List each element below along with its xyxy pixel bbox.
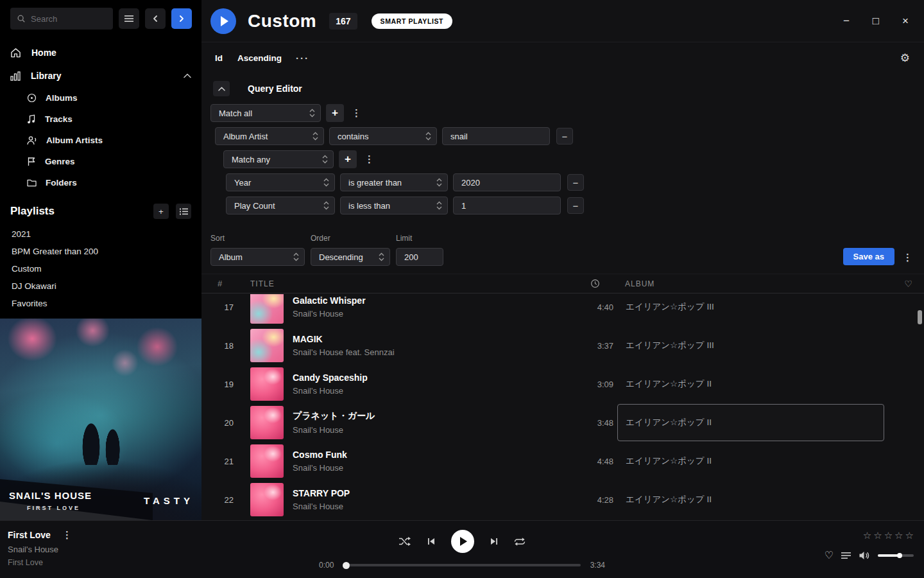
playlist-list-button[interactable] xyxy=(176,204,191,219)
table-row[interactable]: 18 MAGIK Snail's House feat. Sennzai 3:3… xyxy=(201,326,924,365)
table-row[interactable]: 19 Candy Spaceship Snail's House 3:09 エイ… xyxy=(201,365,924,403)
star-icon[interactable]: ☆ xyxy=(905,530,914,541)
now-playing-album[interactable]: First Love xyxy=(8,558,74,567)
seek-handle[interactable] xyxy=(343,562,350,569)
track-album[interactable]: エイリアン☆ポップ II xyxy=(617,365,884,403)
favorite-button[interactable]: ♡ xyxy=(825,549,834,561)
order-select[interactable]: Descending xyxy=(311,248,390,266)
sidebar-item-library[interactable]: Library xyxy=(0,64,201,87)
volume-handle[interactable] xyxy=(897,553,902,558)
rule-field-select[interactable]: Album Artist xyxy=(215,127,324,145)
star-icon[interactable]: ☆ xyxy=(863,530,871,541)
playlist-item[interactable]: Custom xyxy=(10,260,191,277)
maximize-button[interactable]: □ xyxy=(866,12,886,31)
rule-operator-select[interactable]: is greater than xyxy=(340,173,448,191)
group-menu-button[interactable]: ⋮ xyxy=(362,153,377,165)
table-row[interactable]: 21 Cosmo Funk Snail's House 4:48 エイリアン☆ポ… xyxy=(201,442,924,480)
close-button[interactable]: × xyxy=(896,12,915,31)
sort-direction-button[interactable]: Ascending xyxy=(237,53,282,63)
star-icon[interactable]: ☆ xyxy=(884,530,893,541)
rule-operator-select[interactable]: contains xyxy=(329,127,437,145)
table-row[interactable]: 17 Galactic Whisper Snail's House 4:40 エ… xyxy=(201,294,924,326)
rule-field-select[interactable]: Year xyxy=(226,173,335,191)
remove-rule-button[interactable]: − xyxy=(556,128,573,144)
remove-rule-button[interactable]: − xyxy=(567,174,584,191)
menu-button[interactable] xyxy=(119,8,139,29)
seek-slider[interactable] xyxy=(343,564,580,566)
track-album[interactable]: エイリアン☆ポップ III xyxy=(617,294,884,326)
duration-column-header[interactable] xyxy=(572,279,617,288)
album-column-header[interactable]: ALBUM xyxy=(617,279,893,288)
playlist-item[interactable]: Favorites xyxy=(10,295,191,312)
track-album[interactable]: エイリアン☆ポップ III xyxy=(617,327,884,364)
volume-button[interactable] xyxy=(859,551,870,560)
sidebar-item-home[interactable]: Home xyxy=(0,41,201,64)
sidebar-item-genres[interactable]: Genres xyxy=(0,151,201,172)
group-match-type-select[interactable]: Match any xyxy=(223,150,334,168)
next-track-button[interactable] xyxy=(490,537,499,546)
rule-group-menu-button[interactable]: ⋮ xyxy=(349,107,364,119)
rule-value-input[interactable] xyxy=(453,173,561,191)
play-playlist-button[interactable] xyxy=(210,8,236,34)
minimize-button[interactable]: − xyxy=(837,12,856,31)
add-rule-button[interactable]: + xyxy=(326,104,344,122)
volume-slider[interactable] xyxy=(878,554,914,557)
nav-back-button[interactable] xyxy=(145,8,166,29)
track-artist[interactable]: Snail's House xyxy=(293,502,350,511)
queue-button[interactable] xyxy=(841,552,851,559)
table-row[interactable]: 20 プラネット・ガール Snail's House 3:48 エイリアン☆ポッ… xyxy=(201,403,924,442)
remove-rule-button[interactable]: − xyxy=(567,197,584,214)
title-column-header[interactable]: TITLE xyxy=(239,279,572,288)
sort-select[interactable]: Album xyxy=(210,248,305,266)
chevron-up-icon[interactable] xyxy=(184,73,191,78)
index-column-header[interactable]: # xyxy=(201,279,239,288)
track-album[interactable]: エイリアン☆ポップ II xyxy=(617,442,884,480)
track-artist[interactable]: Snail's House xyxy=(293,425,375,435)
add-playlist-button[interactable]: + xyxy=(153,204,169,219)
collapse-query-editor-button[interactable] xyxy=(213,81,230,96)
now-playing-artwork[interactable]: SNAIL'S HOUSE FIRST LOVE TASTY xyxy=(0,319,201,520)
scrollbar-thumb[interactable] xyxy=(918,310,922,324)
chevron-left-icon xyxy=(151,15,159,22)
rule-value-input[interactable] xyxy=(453,197,561,215)
match-type-select[interactable]: Match all xyxy=(210,104,321,122)
track-artist[interactable]: Snail's House xyxy=(293,309,366,319)
add-group-rule-button[interactable]: + xyxy=(339,150,357,168)
save-as-button[interactable]: Save as xyxy=(843,248,894,265)
now-playing-menu-button[interactable]: ⋮ xyxy=(60,529,74,541)
repeat-button[interactable] xyxy=(514,537,526,547)
table-row[interactable]: 22 STARRY POP Snail's House 4:28 エイリアン☆ポ… xyxy=(201,480,924,519)
now-playing-title[interactable]: First Love xyxy=(8,530,51,540)
now-playing-artist[interactable]: Snail's House xyxy=(8,545,74,554)
play-pause-button[interactable] xyxy=(451,530,474,553)
previous-track-button[interactable] xyxy=(427,537,436,546)
sidebar-item-tracks[interactable]: Tracks xyxy=(0,109,201,130)
track-album-focused[interactable]: エイリアン☆ポップ II xyxy=(617,404,884,441)
playlist-item[interactable]: DJ Okawari xyxy=(10,277,191,295)
limit-input[interactable] xyxy=(396,248,443,266)
nav-forward-button[interactable] xyxy=(171,8,192,29)
playlist-item[interactable]: 2021 xyxy=(10,225,191,243)
star-icon[interactable]: ☆ xyxy=(894,530,903,541)
rule-value-input[interactable] xyxy=(442,127,550,145)
track-artist[interactable]: Snail's House xyxy=(293,386,368,396)
settings-gear-icon[interactable]: ⚙ xyxy=(900,51,910,65)
search-box[interactable] xyxy=(10,8,113,30)
sort-field-button[interactable]: Id xyxy=(215,53,223,63)
shuffle-button[interactable] xyxy=(398,536,411,547)
track-album[interactable]: エイリアン☆ポップ II xyxy=(617,481,884,518)
sidebar-item-folders[interactable]: Folders xyxy=(0,172,201,193)
rule-operator-select[interactable]: is less than xyxy=(340,197,448,215)
rating-stars: ☆ ☆ ☆ ☆ ☆ xyxy=(863,530,914,541)
star-icon[interactable]: ☆ xyxy=(873,530,882,541)
search-input[interactable] xyxy=(31,14,107,24)
favorite-column-header[interactable]: ♡ xyxy=(893,279,924,289)
more-options-button[interactable]: ··· xyxy=(296,53,309,64)
playlist-item[interactable]: BPM Greater than 200 xyxy=(10,243,191,260)
track-artist[interactable]: Snail's House feat. Sennzai xyxy=(293,347,395,357)
sidebar-item-album-artists[interactable]: Album Artists xyxy=(0,130,201,151)
track-artist[interactable]: Snail's House xyxy=(293,463,347,473)
rule-field-select[interactable]: Play Count xyxy=(226,197,335,215)
save-menu-button[interactable]: ⋮ xyxy=(900,252,915,263)
sidebar-item-albums[interactable]: Albums xyxy=(0,87,201,109)
